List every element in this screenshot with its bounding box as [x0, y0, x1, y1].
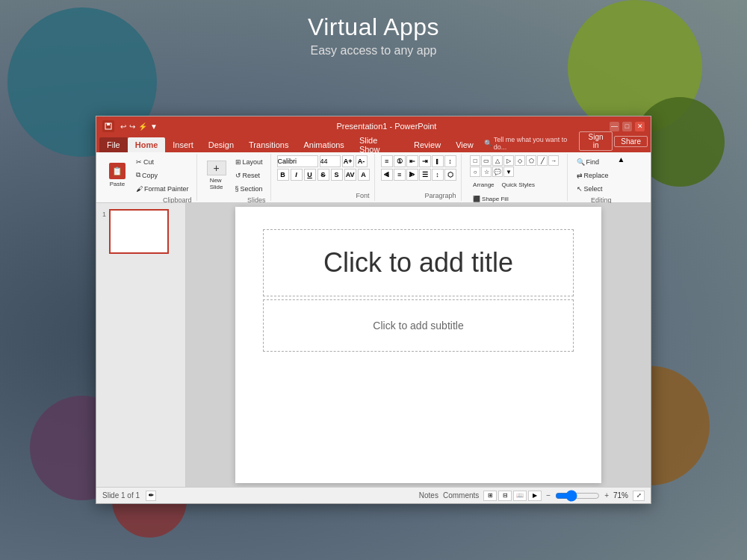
font-row-2: B I U S S AV A: [277, 169, 370, 181]
shape-star[interactable]: ☆: [481, 167, 492, 177]
maximize-btn[interactable]: □: [622, 122, 632, 131]
shape-rect[interactable]: □: [470, 155, 480, 166]
new-slide-btn[interactable]: + NewSlide: [203, 159, 230, 192]
zoom-slider[interactable]: [555, 493, 600, 499]
find-btn[interactable]: 🔍 Find: [574, 155, 612, 168]
zoom-percentage: 71%: [613, 491, 628, 500]
status-edit-btn[interactable]: ✏: [146, 491, 156, 501]
italic-btn[interactable]: I: [291, 169, 303, 181]
slide-thumbnail-1[interactable]: [109, 209, 169, 254]
slide-title-placeholder[interactable]: Click to add title: [263, 229, 574, 296]
sign-in-btn[interactable]: Sign in: [579, 131, 613, 151]
comments-btn[interactable]: Comments: [443, 491, 479, 500]
tab-slideshow[interactable]: Slide Show: [352, 137, 406, 152]
font-row-1: A+ A-: [277, 155, 370, 167]
strikethrough-btn[interactable]: S: [317, 169, 329, 181]
slide-sorter-btn[interactable]: ⊟: [498, 491, 512, 501]
layout-btn[interactable]: ⊞ Layout: [232, 155, 266, 168]
decrease-font-btn[interactable]: A-: [356, 155, 368, 167]
fit-view-btn[interactable]: ⤢: [633, 491, 645, 501]
align-left-btn[interactable]: ⫷: [381, 169, 393, 181]
line-spacing-btn[interactable]: ↕: [432, 169, 444, 181]
justify-btn[interactable]: ☰: [419, 169, 431, 181]
fontcolor-btn[interactable]: A: [358, 169, 370, 181]
normal-view-btn[interactable]: ⊞: [483, 491, 497, 501]
ribbon-group-clipboard: 📋 Paste ✂ Cut ⧉ Copy 🖌 Format Painter Cl…: [99, 154, 197, 201]
shape-more[interactable]: ▼: [503, 167, 514, 177]
font-label: Font: [356, 192, 370, 199]
charspace-btn[interactable]: AV: [344, 169, 356, 181]
shape-pentagon[interactable]: ⬠: [526, 155, 536, 166]
branding-subtitle: Easy access to any app: [0, 44, 747, 57]
tell-me-text[interactable]: Tell me what you want to do...: [494, 136, 579, 151]
shape-triangle[interactable]: △: [492, 155, 503, 166]
quick-styles-btn[interactable]: Quick Styles: [499, 178, 538, 191]
new-slide-icon: +: [207, 161, 226, 175]
zoom-plus-btn[interactable]: +: [604, 491, 609, 500]
shape-arrow[interactable]: →: [548, 155, 559, 166]
tab-animations[interactable]: Animations: [296, 137, 351, 152]
ribbon-group-paragraph: ≡ ① ⇤ ⇥ ⫿ ↕ ⫷ ≡ ⫸ ☰ ↕ ⬡ Paragraph: [376, 154, 462, 201]
tab-design[interactable]: Design: [201, 137, 241, 152]
shape-round-rect[interactable]: ▭: [481, 155, 492, 166]
close-btn[interactable]: ✕: [635, 122, 645, 131]
col-btn[interactable]: ⫿: [432, 155, 444, 167]
status-bar: Slide 1 of 1 ✏ Notes Comments ⊞ ⊟ 📖 ▶ − …: [96, 487, 651, 503]
cut-btn[interactable]: ✂ Cut: [133, 155, 192, 168]
tab-file[interactable]: File: [99, 137, 128, 152]
menu-expand[interactable]: ▼: [150, 122, 158, 131]
select-btn[interactable]: ↖ Select: [574, 182, 612, 195]
font-name-input[interactable]: [277, 155, 318, 167]
shadow-btn[interactable]: S: [331, 169, 343, 181]
ribbon-collapse-btn[interactable]: ▲: [618, 155, 625, 164]
tab-insert[interactable]: Insert: [165, 137, 201, 152]
branding-title: Virtual Apps: [0, 13, 747, 41]
zoom-minus-btn[interactable]: −: [546, 491, 551, 500]
align-right-btn[interactable]: ⫸: [406, 169, 418, 181]
list-bullet-btn[interactable]: ≡: [381, 155, 393, 167]
slides-controls: + NewSlide ⊞ Layout ↺ Reset § Section: [203, 155, 266, 195]
tab-home[interactable]: Home: [128, 137, 166, 152]
underline-btn[interactable]: U: [304, 169, 316, 181]
slide-subtitle-placeholder[interactable]: Click to add subtitle: [263, 299, 574, 352]
slide-sub-btns: ⊞ Layout ↺ Reset § Section: [232, 155, 266, 195]
tab-view[interactable]: View: [448, 137, 481, 152]
replace-btn[interactable]: ⇄ Replace: [574, 169, 612, 181]
paste-btn[interactable]: 📋 Paste: [104, 161, 131, 189]
reading-view-btn[interactable]: 📖: [513, 491, 527, 501]
branding-area: Virtual Apps Easy access to any app: [0, 13, 747, 57]
shape-rtriangle[interactable]: ▷: [503, 155, 514, 166]
main-area: 1 Click to add title Click to add subtit…: [96, 203, 651, 487]
increase-indent-btn[interactable]: ⇥: [419, 155, 431, 167]
increase-font-btn[interactable]: A+: [342, 155, 354, 167]
shape-diamond[interactable]: ◇: [515, 155, 525, 166]
format-painter-btn[interactable]: 🖌 Format Painter: [133, 182, 192, 195]
list-number-btn[interactable]: ①: [394, 155, 406, 167]
shape-callout[interactable]: 💬: [492, 167, 503, 177]
share-btn[interactable]: Share: [614, 136, 648, 147]
tab-review[interactable]: Review: [406, 137, 448, 152]
save-icon[interactable]: [102, 120, 114, 132]
minimize-btn[interactable]: —: [610, 122, 619, 131]
align-center-btn[interactable]: ≡: [394, 169, 406, 181]
customize-btn[interactable]: ⚡: [138, 122, 147, 131]
arrange-btn[interactable]: Arrange: [470, 178, 497, 191]
notes-btn[interactable]: Notes: [419, 491, 438, 500]
bold-btn[interactable]: B: [277, 169, 289, 181]
ribbon-group-slides: + NewSlide ⊞ Layout ↺ Reset § Section Sl…: [199, 154, 271, 201]
decrease-indent-btn[interactable]: ⇤: [406, 155, 418, 167]
slideshow-btn[interactable]: ▶: [528, 491, 542, 501]
shape-line[interactable]: ╱: [537, 155, 548, 166]
direction-btn[interactable]: ↕: [444, 155, 456, 167]
section-btn[interactable]: § Section: [232, 182, 266, 195]
redo-btn[interactable]: ↪: [129, 122, 135, 131]
reset-btn[interactable]: ↺ Reset: [232, 169, 266, 181]
slide-canvas-area: Click to add title Click to add subtitle: [186, 203, 651, 487]
font-size-input[interactable]: [320, 155, 341, 167]
smartart-btn[interactable]: ⬡: [444, 169, 456, 181]
tab-transitions[interactable]: Transitions: [241, 137, 296, 152]
slide-panel: 1: [96, 203, 186, 487]
undo-btn[interactable]: ↩: [120, 122, 126, 131]
copy-btn[interactable]: ⧉ Copy: [133, 169, 192, 181]
shape-circle[interactable]: ○: [470, 167, 480, 177]
